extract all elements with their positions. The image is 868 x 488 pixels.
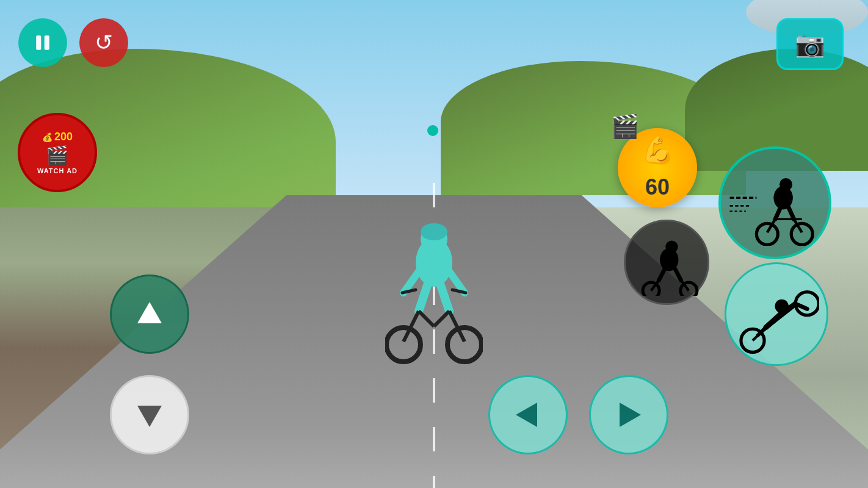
muscle-icon: 💪 (641, 134, 675, 166)
film-clapper-badge: 🎬 (610, 113, 639, 140)
svg-line-5 (419, 284, 428, 311)
svg-line-27 (788, 207, 794, 219)
ball-object (427, 125, 438, 136)
svg-point-2 (421, 223, 447, 240)
race-bike-icon (726, 160, 824, 246)
arrow-up-icon (134, 299, 165, 329)
camera-button[interactable]: 📷 (776, 18, 844, 70)
bike-style-race-button[interactable] (718, 146, 831, 259)
turn-right-button[interactable] (589, 375, 668, 454)
svg-line-42 (766, 313, 782, 327)
svg-point-11 (386, 328, 421, 362)
clapper-icon: 🎬 (46, 145, 68, 166)
arrow-right-icon (613, 400, 644, 430)
camera-icon: 📷 (795, 30, 825, 59)
nav-back-button[interactable] (110, 375, 189, 454)
arrow-down-icon (134, 400, 165, 430)
svg-rect-16 (45, 35, 49, 49)
watch-ad-content: 💰 200 🎬 WATCH AD (37, 131, 78, 174)
trick-bike-icon (734, 274, 819, 354)
game-canvas: ↺ 💰 200 🎬 WATCH AD (0, 0, 868, 488)
svg-rect-15 (36, 35, 41, 49)
svg-line-7 (419, 311, 434, 326)
restart-icon: ↺ (95, 30, 113, 56)
cyclist-character (385, 214, 483, 366)
mountain-bike-icon (630, 229, 703, 296)
arrow-left-icon (513, 400, 543, 430)
svg-point-12 (447, 328, 482, 362)
svg-marker-20 (620, 403, 641, 427)
svg-point-31 (756, 223, 778, 245)
svg-line-8 (434, 311, 449, 326)
nav-forward-button[interactable] (110, 274, 189, 354)
restart-button[interactable]: ↺ (79, 18, 128, 67)
pause-button[interactable] (18, 18, 67, 67)
pause-icon (32, 32, 54, 54)
bike-style-trick-button[interactable] (725, 262, 828, 366)
svg-marker-19 (516, 403, 537, 427)
svg-point-32 (791, 223, 812, 245)
svg-line-48 (753, 336, 758, 341)
watch-ad-label: WATCH AD (37, 167, 78, 174)
svg-line-26 (775, 207, 781, 219)
speed-display: 💪 60 (618, 128, 697, 207)
svg-line-36 (675, 267, 681, 280)
watch-ad-coins: 💰 200 (42, 131, 73, 143)
svg-line-6 (440, 284, 449, 311)
svg-marker-18 (137, 406, 162, 427)
speed-value: 60 (645, 176, 670, 198)
bike-style-mountain-button[interactable] (624, 220, 709, 305)
svg-marker-17 (137, 302, 162, 323)
svg-line-35 (659, 267, 665, 280)
turn-left-button[interactable] (488, 375, 568, 454)
watch-ad-button[interactable]: 💰 200 🎬 WATCH AD (18, 113, 97, 192)
